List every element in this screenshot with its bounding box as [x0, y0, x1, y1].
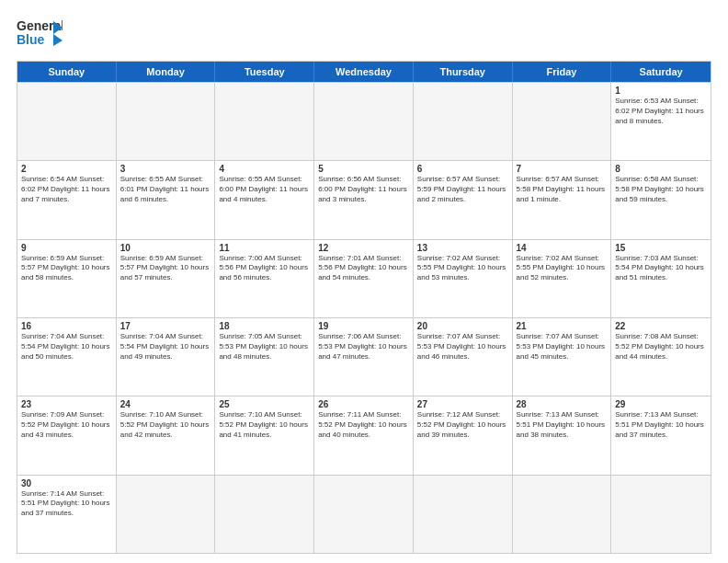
- day-info: Sunrise: 6:57 AM Sunset: 5:59 PM Dayligh…: [417, 175, 508, 204]
- calendar-cell: [215, 476, 314, 553]
- day-info: Sunrise: 6:58 AM Sunset: 5:58 PM Dayligh…: [615, 175, 707, 204]
- day-number: 18: [219, 321, 310, 331]
- day-info: Sunrise: 7:08 AM Sunset: 5:52 PM Dayligh…: [615, 332, 707, 362]
- calendar-day-header: Sunday: [17, 62, 117, 82]
- day-number: 17: [120, 321, 211, 331]
- day-info: Sunrise: 7:13 AM Sunset: 5:51 PM Dayligh…: [615, 410, 707, 440]
- day-info: Sunrise: 7:04 AM Sunset: 5:54 PM Dayligh…: [120, 332, 211, 362]
- day-info: Sunrise: 7:10 AM Sunset: 5:52 PM Dayligh…: [120, 410, 211, 440]
- day-number: 5: [318, 164, 409, 174]
- header: General Blue: [17, 17, 711, 52]
- svg-marker-3: [53, 34, 63, 46]
- day-number: 23: [21, 399, 112, 409]
- calendar-cell: 30Sunrise: 7:14 AM Sunset: 5:51 PM Dayli…: [17, 476, 117, 553]
- calendar-cell: 17Sunrise: 7:04 AM Sunset: 5:54 PM Dayli…: [117, 318, 216, 396]
- day-info: Sunrise: 7:05 AM Sunset: 5:53 PM Dayligh…: [219, 332, 310, 362]
- calendar-body: 1Sunrise: 6:53 AM Sunset: 6:02 PM Daylig…: [17, 82, 711, 553]
- day-info: Sunrise: 6:59 AM Sunset: 5:57 PM Dayligh…: [120, 254, 211, 283]
- day-info: Sunrise: 7:07 AM Sunset: 5:53 PM Dayligh…: [517, 332, 608, 362]
- calendar-day-header: Friday: [513, 62, 612, 82]
- svg-text:Blue: Blue: [17, 32, 45, 47]
- calendar-cell: [314, 83, 414, 160]
- day-number: 1: [615, 86, 707, 96]
- day-number: 25: [219, 399, 310, 409]
- day-info: Sunrise: 7:12 AM Sunset: 5:52 PM Dayligh…: [417, 410, 508, 440]
- calendar-week-row: 2Sunrise: 6:54 AM Sunset: 6:02 PM Daylig…: [17, 161, 711, 239]
- day-number: 8: [615, 164, 707, 174]
- calendar-cell: 14Sunrise: 7:02 AM Sunset: 5:55 PM Dayli…: [513, 240, 612, 317]
- calendar-cell: 1Sunrise: 6:53 AM Sunset: 6:02 PM Daylig…: [611, 83, 711, 160]
- day-number: 16: [21, 321, 112, 331]
- day-number: 6: [417, 164, 508, 174]
- day-info: Sunrise: 7:11 AM Sunset: 5:52 PM Dayligh…: [318, 410, 409, 440]
- calendar-cell: 13Sunrise: 7:02 AM Sunset: 5:55 PM Dayli…: [414, 240, 513, 317]
- calendar-cell: 23Sunrise: 7:09 AM Sunset: 5:52 PM Dayli…: [17, 396, 117, 474]
- day-number: 28: [517, 399, 608, 409]
- calendar-cell: [117, 83, 216, 160]
- calendar-cell: 26Sunrise: 7:11 AM Sunset: 5:52 PM Dayli…: [314, 396, 414, 474]
- calendar-week-row: 9Sunrise: 6:59 AM Sunset: 5:57 PM Daylig…: [17, 240, 711, 318]
- day-info: Sunrise: 6:55 AM Sunset: 6:01 PM Dayligh…: [120, 175, 211, 204]
- calendar-week-row: 30Sunrise: 7:14 AM Sunset: 5:51 PM Dayli…: [17, 476, 711, 553]
- day-number: 10: [120, 243, 211, 253]
- day-info: Sunrise: 7:01 AM Sunset: 5:56 PM Dayligh…: [318, 254, 409, 283]
- day-number: 30: [21, 478, 112, 488]
- calendar-cell: 8Sunrise: 6:58 AM Sunset: 5:58 PM Daylig…: [611, 161, 711, 238]
- day-number: 2: [21, 164, 112, 174]
- day-info: Sunrise: 6:57 AM Sunset: 5:58 PM Dayligh…: [517, 175, 608, 204]
- calendar-cell: [513, 83, 612, 160]
- day-number: 13: [417, 243, 508, 253]
- calendar-cell: 9Sunrise: 6:59 AM Sunset: 5:57 PM Daylig…: [17, 240, 117, 317]
- calendar-cell: 19Sunrise: 7:06 AM Sunset: 5:53 PM Dayli…: [314, 318, 414, 396]
- calendar-day-header: Wednesday: [314, 62, 414, 82]
- calendar-week-row: 16Sunrise: 7:04 AM Sunset: 5:54 PM Dayli…: [17, 318, 711, 396]
- day-info: Sunrise: 6:54 AM Sunset: 6:02 PM Dayligh…: [21, 175, 112, 204]
- calendar-day-header: Monday: [117, 62, 216, 82]
- calendar-cell: 29Sunrise: 7:13 AM Sunset: 5:51 PM Dayli…: [611, 396, 711, 474]
- day-info: Sunrise: 7:10 AM Sunset: 5:52 PM Dayligh…: [219, 410, 310, 440]
- calendar-cell: 28Sunrise: 7:13 AM Sunset: 5:51 PM Dayli…: [513, 396, 612, 474]
- calendar-day-header: Tuesday: [215, 62, 314, 82]
- day-number: 9: [21, 243, 112, 253]
- day-number: 4: [219, 164, 310, 174]
- generalblue-logo-icon: General Blue: [17, 17, 63, 52]
- calendar-cell: 22Sunrise: 7:08 AM Sunset: 5:52 PM Dayli…: [611, 318, 711, 396]
- calendar-cell: 4Sunrise: 6:55 AM Sunset: 6:00 PM Daylig…: [215, 161, 314, 238]
- day-info: Sunrise: 7:00 AM Sunset: 5:56 PM Dayligh…: [219, 254, 310, 283]
- calendar-cell: 27Sunrise: 7:12 AM Sunset: 5:52 PM Dayli…: [414, 396, 513, 474]
- calendar-cell: 12Sunrise: 7:01 AM Sunset: 5:56 PM Dayli…: [314, 240, 414, 317]
- calendar-cell: [314, 476, 414, 553]
- calendar-cell: 3Sunrise: 6:55 AM Sunset: 6:01 PM Daylig…: [117, 161, 216, 238]
- calendar-day-header: Saturday: [611, 62, 711, 82]
- day-info: Sunrise: 7:09 AM Sunset: 5:52 PM Dayligh…: [21, 410, 112, 440]
- calendar-day-header: Thursday: [414, 62, 513, 82]
- calendar-week-row: 23Sunrise: 7:09 AM Sunset: 5:52 PM Dayli…: [17, 396, 711, 475]
- calendar-cell: 25Sunrise: 7:10 AM Sunset: 5:52 PM Dayli…: [215, 396, 314, 474]
- day-info: Sunrise: 7:14 AM Sunset: 5:51 PM Dayligh…: [21, 489, 112, 519]
- day-info: Sunrise: 7:04 AM Sunset: 5:54 PM Dayligh…: [21, 332, 112, 362]
- day-number: 22: [615, 321, 707, 331]
- day-number: 14: [517, 243, 608, 253]
- calendar-cell: [17, 83, 117, 160]
- calendar-cell: 16Sunrise: 7:04 AM Sunset: 5:54 PM Dayli…: [17, 318, 117, 396]
- day-info: Sunrise: 7:03 AM Sunset: 5:54 PM Dayligh…: [615, 254, 707, 283]
- day-info: Sunrise: 6:53 AM Sunset: 6:02 PM Dayligh…: [615, 97, 707, 126]
- day-number: 26: [318, 399, 409, 409]
- day-number: 20: [417, 321, 508, 331]
- day-info: Sunrise: 7:02 AM Sunset: 5:55 PM Dayligh…: [517, 254, 608, 283]
- calendar-cell: 7Sunrise: 6:57 AM Sunset: 5:58 PM Daylig…: [513, 161, 612, 238]
- calendar-cell: 6Sunrise: 6:57 AM Sunset: 5:59 PM Daylig…: [414, 161, 513, 238]
- calendar-header-row: SundayMondayTuesdayWednesdayThursdayFrid…: [17, 62, 711, 82]
- calendar-cell: 21Sunrise: 7:07 AM Sunset: 5:53 PM Dayli…: [513, 318, 612, 396]
- day-info: Sunrise: 7:07 AM Sunset: 5:53 PM Dayligh…: [417, 332, 508, 362]
- calendar: SundayMondayTuesdayWednesdayThursdayFrid…: [17, 61, 711, 554]
- calendar-week-row: 1Sunrise: 6:53 AM Sunset: 6:02 PM Daylig…: [17, 83, 711, 161]
- day-number: 15: [615, 243, 707, 253]
- calendar-cell: 24Sunrise: 7:10 AM Sunset: 5:52 PM Dayli…: [117, 396, 216, 474]
- calendar-cell: [414, 83, 513, 160]
- day-number: 19: [318, 321, 409, 331]
- day-number: 12: [318, 243, 409, 253]
- day-info: Sunrise: 6:59 AM Sunset: 5:57 PM Dayligh…: [21, 254, 112, 283]
- calendar-cell: [414, 476, 513, 553]
- day-number: 27: [417, 399, 508, 409]
